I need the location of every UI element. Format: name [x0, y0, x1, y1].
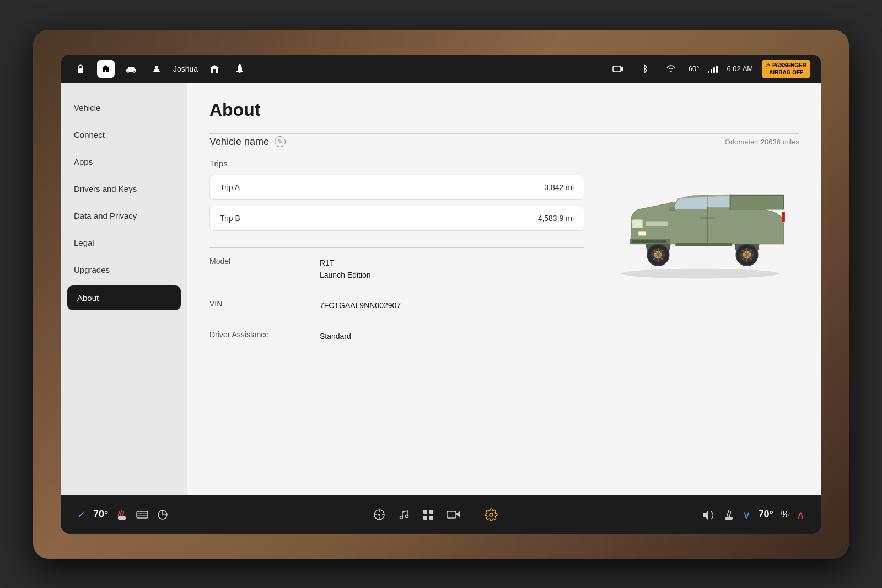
- svg-rect-7: [730, 195, 731, 209]
- rear-defrost-icon[interactable]: [136, 510, 149, 519]
- sidebar-item-vehicle[interactable]: Vehicle: [61, 94, 187, 121]
- settings-icon[interactable]: [485, 508, 498, 521]
- svg-point-2: [127, 71, 129, 72]
- bluetooth-icon[interactable]: [636, 60, 653, 78]
- grid-icon[interactable]: [422, 509, 434, 521]
- svg-rect-48: [447, 511, 456, 518]
- sidebar-item-about[interactable]: About: [67, 285, 181, 310]
- signal-icon: [708, 65, 718, 73]
- bottom-bar: ✓ 70°: [61, 495, 821, 534]
- trip-a-value: 3,842 mi: [544, 183, 574, 192]
- vin-row: VIN 7FCTGAAL9NN002907: [209, 290, 584, 320]
- vin-value: 7FCTGAAL9NN002907: [320, 299, 401, 311]
- sidebar-item-data-privacy[interactable]: Data and Privacy: [61, 202, 187, 229]
- sidebar-item-apps[interactable]: Apps: [61, 148, 187, 175]
- screen: Joshua: [61, 55, 821, 534]
- wifi-icon[interactable]: [662, 60, 680, 78]
- navigation-icon[interactable]: [373, 508, 386, 521]
- odometer-display: Odometer: 20636 miles: [725, 138, 799, 146]
- sidebar-item-legal[interactable]: Legal: [61, 229, 187, 256]
- svg-rect-9: [730, 195, 784, 196]
- bottom-center: [373, 506, 498, 523]
- model-label: Model: [209, 257, 298, 266]
- left-column: Trips Trip A 3,842 mi Trip B 4,583.9 mi: [209, 159, 584, 352]
- svg-rect-34: [137, 511, 148, 518]
- svg-point-42: [400, 516, 402, 519]
- svg-point-6: [621, 268, 779, 278]
- trip-b-value: 4,583.9 mi: [538, 214, 574, 223]
- trip-a-card[interactable]: Trip A 3,842 mi: [209, 175, 584, 200]
- svg-rect-0: [78, 68, 83, 73]
- svg-rect-50: [725, 517, 733, 520]
- svg-point-41: [378, 514, 380, 516]
- content-area: About Vehicle name ✎ Odometer: 20636 mil…: [187, 83, 821, 495]
- bottom-left: ✓ 70°: [77, 509, 169, 521]
- music-icon[interactable]: [398, 509, 410, 521]
- status-right: 60° 6:02 AM ⚠ PASSENGERAIRBAG OFF: [609, 60, 810, 78]
- two-col-layout: Trips Trip A 3,842 mi Trip B 4,583.9 mi: [209, 159, 799, 352]
- svg-rect-8: [783, 195, 784, 209]
- garage-icon[interactable]: [206, 60, 223, 78]
- trips-section: Trips Trip A 3,842 mi Trip B 4,583.9 mi: [209, 159, 584, 231]
- temperature-display: 60°: [689, 64, 700, 73]
- main-area: Vehicle Connect Apps Drivers and Keys Da…: [61, 83, 821, 495]
- svg-rect-33: [118, 516, 126, 520]
- right-temp-display: 70°: [759, 509, 773, 520]
- svg-point-43: [405, 515, 408, 517]
- vin-label: VIN: [209, 299, 298, 308]
- heated-wheel-icon[interactable]: [157, 509, 169, 521]
- model-row: Model R1T Launch Edition: [209, 247, 584, 290]
- svg-rect-13: [638, 231, 646, 235]
- home-icon[interactable]: [97, 60, 115, 78]
- sidebar-item-connect[interactable]: Connect: [61, 121, 187, 148]
- sidebar-item-upgrades[interactable]: Upgrades: [61, 256, 187, 283]
- clock-display: 6:02 AM: [727, 64, 753, 73]
- vehicle-image-col: [601, 159, 799, 352]
- svg-rect-10: [632, 219, 643, 228]
- edit-icon[interactable]: ✎: [275, 136, 286, 147]
- rearview-icon[interactable]: [609, 60, 627, 78]
- left-temp-display: 70°: [93, 509, 108, 520]
- bottom-right: ∨ 70° % ∧: [702, 508, 805, 521]
- temp-check-icon: ✓: [77, 509, 85, 521]
- trip-a-name: Trip A: [220, 183, 240, 192]
- svg-rect-11: [646, 221, 668, 226]
- trip-b-card[interactable]: Trip B 4,583.9 mi: [209, 206, 584, 231]
- heat-seat-icon[interactable]: [116, 509, 128, 521]
- da-label: Driver Assistance: [209, 330, 298, 339]
- percent-icon: %: [781, 510, 789, 520]
- page-title: About: [209, 100, 799, 120]
- svg-rect-12: [632, 240, 667, 242]
- vehicle-illustration: [606, 159, 794, 280]
- vehicle-name-label: Vehicle name ✎: [209, 136, 286, 148]
- svg-point-49: [490, 513, 493, 516]
- svg-rect-30: [675, 242, 732, 245]
- volume-icon[interactable]: [702, 509, 715, 520]
- sidebar-item-drivers-keys[interactable]: Drivers and Keys: [61, 175, 187, 202]
- svg-point-3: [133, 71, 135, 72]
- trip-b-name: Trip B: [220, 214, 240, 223]
- vehicle-name-row: Vehicle name ✎ Odometer: 20636 miles: [209, 136, 799, 148]
- svg-rect-31: [782, 212, 785, 222]
- user-icon[interactable]: [148, 60, 165, 78]
- temp-up-icon[interactable]: ∧: [797, 508, 805, 521]
- svg-rect-32: [669, 207, 675, 211]
- car-icon[interactable]: [122, 60, 140, 78]
- passenger-airbag-badge: ⚠ PASSENGERAIRBAG OFF: [762, 60, 810, 78]
- da-value: Standard: [320, 330, 351, 342]
- model-value: R1T Launch Edition: [320, 257, 371, 282]
- wood-surround: Joshua: [33, 30, 849, 559]
- bell-icon[interactable]: [231, 60, 249, 78]
- center-divider: [472, 506, 472, 523]
- svg-rect-5: [613, 66, 621, 72]
- camera-icon[interactable]: [447, 510, 460, 520]
- temp-down-icon[interactable]: ∨: [743, 508, 751, 521]
- lock-icon[interactable]: [72, 60, 89, 78]
- user-name-label: Joshua: [173, 64, 198, 73]
- passenger-seat-heat-icon[interactable]: [723, 509, 735, 521]
- sidebar: Vehicle Connect Apps Drivers and Keys Da…: [61, 83, 187, 495]
- svg-rect-47: [429, 516, 433, 520]
- svg-rect-44: [423, 510, 427, 514]
- svg-point-4: [155, 66, 158, 69]
- status-bar: Joshua: [61, 55, 821, 83]
